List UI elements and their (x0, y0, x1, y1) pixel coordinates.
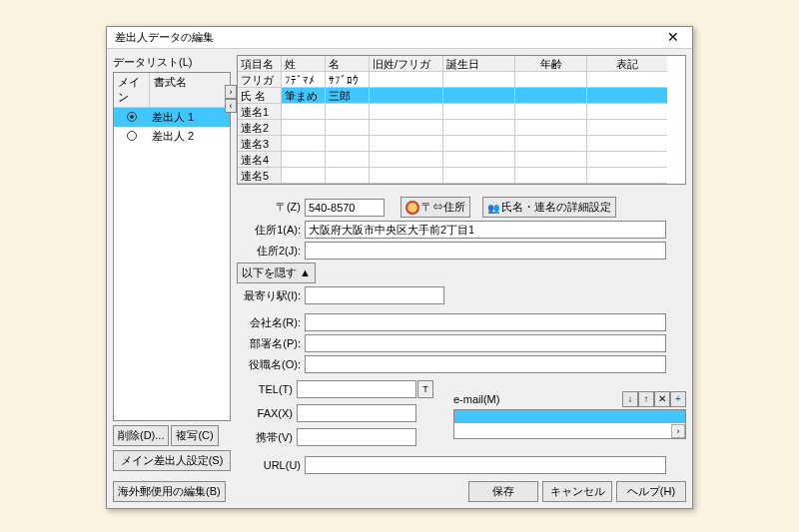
email-add-icon[interactable]: + (670, 391, 686, 407)
mobile-label: 携帯(V) (237, 430, 297, 445)
name-table-cell-nota[interactable] (587, 88, 667, 104)
title-input[interactable] (305, 355, 666, 373)
email-delete-icon[interactable]: ✕ (654, 391, 670, 407)
nav-left-icon[interactable]: ‹ (225, 99, 237, 113)
name-table-row[interactable]: 連名2 (238, 120, 685, 136)
name-table-cell-mei[interactable]: 三郎 (326, 88, 370, 104)
zip-to-address-button[interactable]: 〒⇔住所 (400, 197, 470, 218)
name-table-cell-old[interactable] (370, 168, 443, 184)
name-table-cell-sei[interactable] (282, 136, 326, 152)
name-table-cell-sei[interactable] (282, 104, 326, 120)
name-table-cell-old[interactable] (370, 152, 443, 168)
mobile-input[interactable] (297, 428, 416, 446)
addr1-input[interactable] (305, 221, 666, 239)
name-table-cell-bday[interactable] (443, 120, 515, 136)
radio-icon[interactable] (114, 112, 150, 124)
cancel-button[interactable]: キャンセル (542, 481, 612, 502)
addr1-label: 住所1(A): (237, 223, 305, 238)
station-input[interactable] (305, 286, 444, 304)
name-table-header-row: 項目名 姓 名 旧姓/フリガナ 誕生日 年齢 表記 (238, 56, 685, 72)
name-table-cell-age[interactable] (515, 104, 587, 120)
name-table-cell-mei[interactable] (326, 152, 370, 168)
tel-label: TEL(T) (237, 383, 297, 395)
email-up-icon[interactable]: ↑ (638, 391, 654, 407)
name-table-cell-age[interactable] (515, 136, 587, 152)
email-list[interactable]: › (453, 409, 686, 439)
addr2-input[interactable] (305, 242, 666, 260)
name-table-cell-age[interactable] (515, 88, 587, 104)
name-table-cell-item: 氏 名 (238, 88, 282, 104)
name-table-row[interactable]: 連名5 (238, 168, 685, 184)
datalist-row[interactable]: 差出人 1 (114, 108, 230, 127)
name-table-cell-nota[interactable] (587, 120, 667, 136)
name-table-cell-mei[interactable] (326, 168, 370, 184)
name-table-cell-bday[interactable] (443, 104, 515, 120)
main-sender-setting-button[interactable]: メイン差出人設定(S) (113, 450, 231, 471)
name-table-cell-mei[interactable] (326, 136, 370, 152)
fax-input[interactable] (297, 404, 416, 422)
name-table-cell-nota[interactable] (587, 72, 667, 88)
name-table-cell-age[interactable] (515, 168, 587, 184)
dept-input[interactable] (305, 334, 666, 352)
radio-icon[interactable] (114, 131, 150, 143)
help-button[interactable]: ヘルプ(H) (616, 481, 686, 502)
company-label: 会社名(R): (237, 315, 305, 330)
delete-button[interactable]: 削除(D)... (113, 425, 169, 446)
zip-input[interactable] (305, 199, 385, 217)
company-input[interactable] (305, 313, 666, 331)
titlebar: 差出人データの編集 ✕ (107, 27, 692, 49)
name-table-cell-sei[interactable] (282, 152, 326, 168)
name-table-cell-nota[interactable] (587, 136, 667, 152)
datalist: メイン 書式名 差出人 1 差出人 2 (113, 72, 231, 421)
name-table-row[interactable]: 連名3 (238, 136, 685, 152)
email-item[interactable] (454, 410, 685, 423)
station-label: 最寄り駅(I): (237, 288, 305, 303)
name-table-cell-age[interactable] (515, 120, 587, 136)
name-table-cell-sei[interactable]: ﾌﾃﾞﾏﾒ (282, 72, 326, 88)
overseas-edit-button[interactable]: 海外郵便用の編集(B) (113, 481, 226, 502)
name-table-cell-old[interactable] (370, 104, 443, 120)
close-icon[interactable]: ✕ (658, 29, 688, 47)
name-table-cell-sei[interactable] (282, 120, 326, 136)
name-table-cell-sei[interactable]: 筆まめ (282, 88, 326, 104)
name-table-cell-bday[interactable] (443, 152, 515, 168)
nav-right-icon[interactable]: › (225, 85, 237, 99)
tel-input[interactable] (297, 380, 416, 398)
name-table-cell-age[interactable] (515, 152, 587, 168)
name-table-cell-mei[interactable] (326, 120, 370, 136)
addr2-label: 住所2(J): (237, 244, 305, 259)
name-table: 項目名 姓 名 旧姓/フリガナ 誕生日 年齢 表記 フリガナﾌﾃﾞﾏﾒｻﾌﾞﾛｳ… (237, 55, 686, 185)
name-table-cell-bday[interactable] (443, 88, 515, 104)
datalist-item-label: 差出人 2 (150, 128, 230, 145)
name-table-cell-nota[interactable] (587, 168, 667, 184)
name-table-cell-bday[interactable] (443, 72, 515, 88)
name-table-cell-nota[interactable] (587, 104, 667, 120)
datalist-col-name: 書式名 (150, 73, 230, 107)
phone-type-icon[interactable]: T (417, 380, 433, 398)
datalist-row[interactable]: 差出人 2 (114, 127, 230, 146)
name-table-cell-bday[interactable] (443, 168, 515, 184)
scroll-right-icon[interactable]: › (671, 424, 685, 438)
name-table-cell-sei[interactable] (282, 168, 326, 184)
name-table-cell-mei[interactable] (326, 104, 370, 120)
name-table-cell-old[interactable] (370, 72, 443, 88)
name-table-row[interactable]: 氏 名筆まめ三郎 (238, 88, 685, 104)
name-table-cell-age[interactable] (515, 72, 587, 88)
url-input[interactable] (305, 456, 666, 474)
save-button[interactable]: 保存 (468, 481, 538, 502)
name-table-row[interactable]: フリガナﾌﾃﾞﾏﾒｻﾌﾞﾛｳ (238, 72, 685, 88)
name-table-cell-bday[interactable] (443, 136, 515, 152)
col-sei: 姓 (282, 56, 326, 72)
name-table-cell-old[interactable] (370, 120, 443, 136)
name-table-cell-old[interactable] (370, 88, 443, 104)
name-table-row[interactable]: 連名4 (238, 152, 685, 168)
copy-button[interactable]: 複写(C) (171, 425, 218, 446)
name-detail-button[interactable]: 氏名・連名の詳細設定 (482, 197, 616, 218)
name-table-cell-nota[interactable] (587, 152, 667, 168)
name-table-cell-mei[interactable]: ｻﾌﾞﾛｳ (326, 72, 370, 88)
name-table-cell-old[interactable] (370, 136, 443, 152)
fax-label: FAX(X) (237, 407, 297, 419)
hide-below-button[interactable]: 以下を隠す ▲ (237, 263, 316, 283)
email-down-icon[interactable]: ↓ (622, 391, 638, 407)
name-table-row[interactable]: 連名1 (238, 104, 685, 120)
